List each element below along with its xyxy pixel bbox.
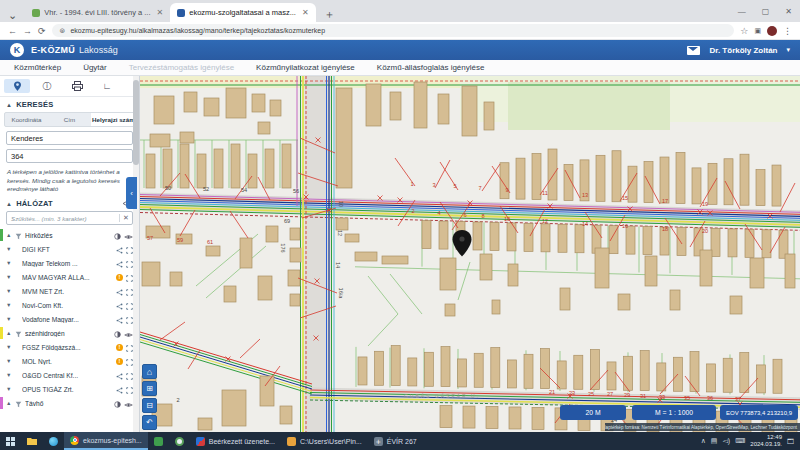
search-tab-1[interactable]: Cím [48, 113, 91, 126]
taskbar-pinned-app-circle[interactable] [169, 432, 190, 450]
row-chevron-icon[interactable]: ▼ [6, 358, 12, 364]
network-filter[interactable]: Szűkítés... (min. 3 karakter) ✕ [6, 211, 133, 225]
extensions-icon[interactable]: ▣ [754, 27, 761, 35]
browser-toolbar: ← → ⟳ ⊜ ekozmu-epitesugy.hu/alkalmazas/l… [0, 22, 800, 40]
tray-language[interactable]: ⌨ [735, 437, 745, 445]
nav-item-3[interactable]: Közműnyilatkozat igénylése [256, 63, 355, 72]
row-chevron-icon[interactable]: ▼ [6, 372, 12, 378]
new-tab-button[interactable]: ＋ [316, 7, 343, 22]
tray-clock[interactable]: 12:49 2024.03.19. [750, 434, 782, 449]
sidebar-scrollbar-thumb[interactable] [133, 80, 139, 165]
svg-text:52: 52 [203, 186, 209, 192]
marker-search-icon[interactable] [4, 79, 30, 93]
menu-kebab-icon[interactable]: ⋮ [783, 26, 792, 36]
svg-text:14: 14 [582, 221, 588, 227]
row-chevron-icon[interactable]: ▼ [6, 386, 12, 392]
start-button[interactable] [0, 432, 21, 450]
network-section-header[interactable]: ▲ HÁLÓZAT [0, 196, 139, 209]
sidebar-scrollbar[interactable] [133, 76, 139, 432]
map-home-button[interactable]: ⌂ [142, 364, 157, 379]
notification-center-icon[interactable]: 🗔 [787, 438, 794, 445]
map[interactable]: 1357911131517192468101214161820505254566… [140, 76, 800, 432]
nav-item-1[interactable]: Ügytár [83, 63, 107, 72]
toolbar-right: ☆ ▣ ⋮ [740, 26, 792, 36]
print-icon[interactable] [64, 79, 90, 93]
browser-tabstrip: ⌄ Vhr. - 1994. évi LIII. törvény a ... ✕… [0, 0, 800, 22]
bookmark-star-icon[interactable]: ☆ [740, 26, 748, 36]
row-chevron-icon[interactable]: ▼ [6, 274, 12, 280]
map-canvas[interactable]: 1357911131517192468101214161820505254566… [140, 76, 800, 432]
svg-text:21: 21 [549, 389, 555, 395]
scalebar-badge: 20 M [560, 405, 626, 420]
reload-icon[interactable]: ⟳ [38, 26, 46, 36]
collapse-chevron-icon: ▲ [6, 201, 12, 207]
parcel-input[interactable]: 364 [6, 149, 133, 163]
close-button[interactable]: ✕ [777, 7, 800, 16]
row-chevron-icon[interactable]: ▼ [6, 260, 12, 266]
tray-date: 2024.03.19. [750, 441, 782, 449]
tab-search-icon[interactable]: ⌄ [0, 9, 25, 22]
app-header: K E-KÖZMŰ Lakosság Dr. Törköly Zoltán ▾ [0, 40, 800, 60]
svg-text:10: 10 [504, 216, 510, 222]
svg-text:61: 61 [207, 239, 213, 245]
row-chevron-icon[interactable]: ▼ [6, 344, 12, 350]
tab1-close-icon[interactable]: ✕ [155, 8, 164, 17]
site-info-icon[interactable]: ⊜ [60, 27, 66, 35]
search-tab-2[interactable]: Helyrajzi szám [91, 113, 134, 126]
tray-chevron-icon[interactable]: ∧ [701, 437, 706, 445]
nav-item-4[interactable]: Közmű-állásfoglalás igénylése [377, 63, 485, 72]
sidebar-collapse-handle[interactable]: ‹ [126, 177, 137, 209]
tab2-favicon [177, 9, 185, 17]
search-section-header[interactable]: ▲ KERESÉS [0, 97, 139, 110]
maximize-button[interactable]: ▢ [754, 7, 778, 16]
nav-item-0[interactable]: Közműtérkép [14, 63, 61, 72]
info-icon[interactable]: ⓘ [34, 79, 60, 93]
row-chevron-icon[interactable]: ▼ [6, 316, 12, 322]
map-zoom-out-box-button[interactable]: ⊟ [142, 398, 157, 413]
measure-icon[interactable]: ∟ [94, 79, 120, 93]
clear-filter-icon[interactable]: ✕ [119, 214, 132, 222]
svg-text:3: 3 [432, 182, 435, 188]
search-tab-0[interactable]: Koordináta [5, 113, 48, 126]
taskbar-item-0[interactable]: ekozmus-epitesh... [64, 432, 148, 450]
mail-icon[interactable] [687, 46, 700, 55]
taskbar-item-2[interactable]: C:\Users\User\Pin... [281, 432, 368, 450]
browser-tab-1[interactable]: Vhr. - 1994. évi LIII. törvény a ... ✕ [25, 3, 170, 22]
tray-volume-icon[interactable]: ◅) [722, 437, 730, 445]
contrast-icon[interactable] [114, 394, 121, 412]
network-tree: ▲Hírközlés▼DIGI KFT▼Magyar Telekom ...▼M… [0, 228, 139, 410]
address-bar[interactable]: ⊜ ekozmu-epitesugy.hu/alkalmazas/lakossa… [52, 24, 735, 37]
map-undo-button[interactable]: ↶ [142, 415, 157, 430]
minimize-button[interactable]: — [730, 7, 754, 16]
map-zoom-box-button[interactable]: ⊞ [142, 381, 157, 396]
app-subtitle: Lakosság [79, 45, 118, 55]
taskbar-item-3[interactable]: ＋ÉVÍR 267 [368, 432, 423, 450]
settlement-input[interactable]: Kenderes [6, 131, 133, 145]
row-chevron-icon[interactable]: ▲ [6, 232, 12, 238]
file-explorer-button[interactable] [21, 432, 43, 450]
row-chevron-icon[interactable]: ▲ [6, 330, 12, 336]
profile-avatar[interactable] [767, 26, 777, 36]
svg-text:31: 31 [640, 393, 646, 399]
app-navbar: KözműtérképÜgytárTervezéstámogatás igény… [0, 60, 800, 76]
back-icon[interactable]: ← [8, 26, 17, 36]
row-chevron-icon[interactable]: ▲ [6, 400, 12, 406]
row-chevron-icon[interactable]: ▼ [6, 288, 12, 294]
collapse-chevron-icon: ▲ [6, 102, 12, 108]
tab2-close-icon[interactable]: ✕ [300, 8, 309, 17]
eye-icon[interactable] [124, 394, 133, 412]
forward-icon[interactable]: → [23, 26, 32, 36]
browser-tab-2[interactable]: ekozmu-szolgaltatasai a masz... ✕ [170, 3, 315, 22]
taskbar-pinned-app-green[interactable] [148, 432, 169, 450]
taskbar-item-1[interactable]: Beérkezett üzenete... [190, 432, 281, 450]
row-chevron-icon[interactable]: ▼ [6, 246, 12, 252]
tray-network-icon[interactable]: ▤ [711, 437, 718, 445]
user-dropdown-icon[interactable]: ▾ [786, 46, 790, 54]
filter-funnel-icon[interactable] [15, 394, 22, 412]
nav-item-2: Tervezéstámogatás igénylése [129, 63, 234, 72]
tree-group-12[interactable]: ▲Távhő [0, 396, 139, 410]
edge-button[interactable] [43, 432, 64, 450]
row-chevron-icon[interactable]: ▼ [6, 302, 12, 308]
svg-text:12: 12 [337, 230, 343, 236]
user-name[interactable]: Dr. Törköly Zoltán [709, 46, 777, 55]
